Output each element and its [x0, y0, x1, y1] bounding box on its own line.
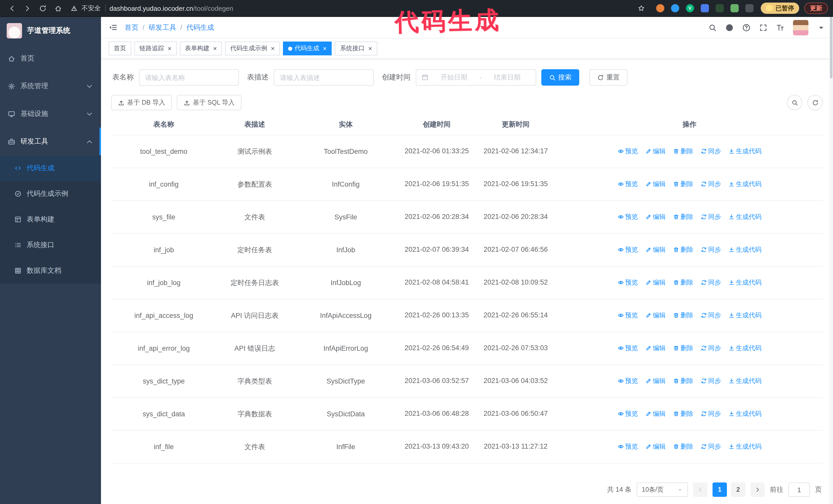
page-size-select[interactable]: 10条/页 [637, 482, 688, 497]
extension-orange-icon[interactable] [656, 4, 664, 12]
table-desc-input[interactable] [274, 69, 374, 86]
help-icon[interactable] [742, 23, 751, 31]
extension-green-icon[interactable] [731, 4, 739, 12]
delete-link[interactable]: 删除 [673, 410, 693, 418]
extension-dark-puzzle-icon[interactable] [745, 4, 754, 12]
delete-link[interactable]: 删除 [673, 180, 693, 189]
sidebar-item-db-doc[interactable]: 数据库文档 [0, 258, 101, 284]
update-button[interactable]: 更新 [804, 3, 828, 14]
preview-link[interactable]: 预览 [617, 246, 638, 254]
sync-link[interactable]: 同步 [700, 279, 721, 287]
delete-link[interactable]: 删除 [673, 246, 693, 254]
generate-code-link[interactable]: 生成代码 [728, 410, 761, 418]
edit-link[interactable]: 编辑 [645, 180, 666, 189]
edit-link[interactable]: 编辑 [645, 246, 666, 254]
preview-link[interactable]: 预览 [617, 410, 638, 418]
extension-dark-green-icon[interactable] [716, 4, 724, 12]
tab-item[interactable]: 表单构建× [180, 42, 222, 55]
extension-green-v-icon[interactable]: V [686, 4, 694, 12]
address-bar[interactable]: 不安全 dashboard.yudao.iocoder.cn/tool/code… [67, 1, 649, 16]
preview-link[interactable]: 预览 [617, 279, 638, 287]
edit-link[interactable]: 编辑 [645, 279, 666, 287]
delete-link[interactable]: 删除 [673, 213, 693, 221]
tab-item[interactable]: 系统接口× [335, 42, 377, 55]
preview-link[interactable]: 预览 [617, 344, 638, 353]
sidebar-item-form-builder[interactable]: 表单构建 [0, 207, 101, 232]
paused-badge[interactable]: 已暂停 [761, 3, 799, 14]
generate-code-link[interactable]: 生成代码 [728, 377, 761, 386]
sync-link[interactable]: 同步 [700, 410, 721, 418]
scrollbar-thumb[interactable] [830, 17, 832, 78]
preview-link[interactable]: 预览 [617, 311, 638, 320]
font-size-icon[interactable] [776, 23, 784, 31]
bookmark-star-icon[interactable] [638, 5, 645, 12]
edit-link[interactable]: 编辑 [645, 147, 666, 156]
delete-link[interactable]: 删除 [673, 279, 693, 287]
generate-code-link[interactable]: 生成代码 [728, 344, 761, 353]
home-button[interactable] [51, 2, 65, 15]
sync-link[interactable]: 同步 [700, 147, 721, 156]
generate-code-link[interactable]: 生成代码 [728, 279, 761, 287]
tab-item[interactable]: 首页 [109, 42, 131, 55]
breadcrumb-item[interactable]: 研发工具 [149, 23, 176, 32]
sync-link[interactable]: 同步 [700, 180, 721, 189]
close-icon[interactable]: × [168, 45, 171, 52]
delete-link[interactable]: 删除 [673, 442, 693, 451]
generate-code-link[interactable]: 生成代码 [728, 147, 761, 156]
generate-code-link[interactable]: 生成代码 [728, 311, 761, 320]
import-db-button[interactable]: 基于 DB 导入 [111, 95, 172, 110]
next-page-button[interactable] [751, 482, 765, 497]
table-name-input[interactable] [139, 69, 239, 86]
edit-link[interactable]: 编辑 [645, 311, 666, 320]
sync-link[interactable]: 同步 [700, 246, 721, 254]
edit-link[interactable]: 编辑 [645, 442, 666, 451]
reload-button[interactable] [36, 2, 49, 15]
preview-link[interactable]: 预览 [617, 442, 638, 451]
breadcrumb-item[interactable]: 代码生成 [186, 23, 214, 32]
reset-button[interactable]: 重置 [590, 69, 627, 86]
github-icon[interactable] [725, 23, 734, 31]
generate-code-link[interactable]: 生成代码 [728, 442, 761, 451]
menu-fold-icon[interactable] [109, 23, 117, 32]
edit-link[interactable]: 编辑 [645, 344, 666, 353]
delete-link[interactable]: 删除 [673, 377, 693, 386]
generate-code-link[interactable]: 生成代码 [728, 246, 761, 254]
preview-link[interactable]: 预览 [617, 180, 638, 189]
sync-link[interactable]: 同步 [700, 311, 721, 320]
search-icon[interactable] [709, 23, 717, 31]
import-sql-button[interactable]: 基于 SQL 导入 [177, 95, 241, 110]
avatar[interactable] [793, 20, 808, 35]
close-icon[interactable]: × [323, 45, 327, 52]
preview-link[interactable]: 预览 [617, 213, 638, 221]
generate-code-link[interactable]: 生成代码 [728, 180, 761, 189]
extension-blue-drop-icon[interactable] [671, 4, 679, 12]
sync-link[interactable]: 同步 [700, 377, 721, 386]
edit-link[interactable]: 编辑 [645, 213, 666, 221]
sidebar-item-devtools[interactable]: 研发工具 [0, 128, 101, 155]
tab-item[interactable]: 代码生成示例× [225, 42, 280, 55]
preview-link[interactable]: 预览 [617, 377, 638, 386]
tab-item[interactable]: 代码生成× [283, 42, 332, 55]
delete-link[interactable]: 删除 [673, 344, 693, 353]
search-button[interactable]: 搜索 [541, 69, 579, 86]
close-icon[interactable]: × [368, 45, 372, 52]
close-icon[interactable]: × [213, 45, 217, 52]
tab-item[interactable]: 链路追踪× [134, 42, 176, 55]
goto-page-input[interactable] [788, 482, 810, 497]
delete-link[interactable]: 删除 [673, 311, 693, 320]
generate-code-link[interactable]: 生成代码 [728, 213, 761, 221]
chevron-down-icon[interactable] [817, 23, 825, 31]
prev-page-button[interactable] [693, 482, 708, 497]
scrollbar[interactable] [829, 17, 833, 504]
extension-blue-square-icon[interactable] [701, 4, 709, 12]
sidebar-item-codegen-example[interactable]: 代码生成示例 [0, 181, 101, 207]
preview-link[interactable]: 预览 [617, 147, 638, 156]
sync-link[interactable]: 同步 [700, 442, 721, 451]
back-button[interactable] [5, 2, 19, 15]
close-icon[interactable]: × [271, 45, 275, 52]
sidebar-item-api[interactable]: 系统接口 [0, 232, 101, 258]
sync-link[interactable]: 同步 [700, 213, 721, 221]
sync-link[interactable]: 同步 [700, 344, 721, 353]
delete-link[interactable]: 删除 [673, 147, 693, 156]
date-range-picker[interactable]: 开始日期 - 结束日期 [416, 69, 536, 86]
